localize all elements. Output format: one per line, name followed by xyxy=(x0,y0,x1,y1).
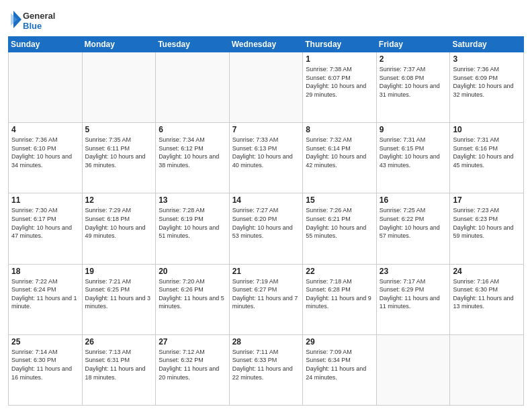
calendar-cell: 24Sunrise: 7:16 AMSunset: 6:30 PMDayligh… xyxy=(450,264,524,334)
day-number: 22 xyxy=(306,267,373,276)
day-number: 3 xyxy=(453,54,521,64)
calendar-cell xyxy=(376,334,450,405)
calendar-cell xyxy=(82,52,156,123)
day-info: Sunrise: 7:13 AMSunset: 6:31 PMDaylight:… xyxy=(85,348,153,381)
day-number: 24 xyxy=(453,267,521,276)
day-number: 15 xyxy=(306,195,373,205)
calendar-table: SundayMondayTuesdayWednesdayThursdayFrid… xyxy=(8,36,524,406)
day-info: Sunrise: 7:23 AMSunset: 6:23 PMDaylight:… xyxy=(453,206,521,240)
day-info: Sunrise: 7:17 AMSunset: 6:29 PMDaylight:… xyxy=(380,277,447,311)
svg-text:Blue: Blue xyxy=(23,21,42,31)
day-info: Sunrise: 7:11 AMSunset: 6:33 PMDaylight:… xyxy=(232,348,300,381)
calendar-cell: 20Sunrise: 7:20 AMSunset: 6:26 PMDayligh… xyxy=(156,264,230,334)
day-info: Sunrise: 7:22 AMSunset: 6:24 PMDaylight:… xyxy=(11,277,79,311)
day-number: 18 xyxy=(11,267,79,276)
day-number: 25 xyxy=(11,337,79,347)
day-info: Sunrise: 7:32 AMSunset: 6:14 PMDaylight:… xyxy=(306,136,373,169)
calendar-cell: 29Sunrise: 7:09 AMSunset: 6:34 PMDayligh… xyxy=(303,334,377,405)
day-info: Sunrise: 7:35 AMSunset: 6:11 PMDaylight:… xyxy=(85,136,153,169)
day-info: Sunrise: 7:31 AMSunset: 6:16 PMDaylight:… xyxy=(453,136,521,169)
day-info: Sunrise: 7:34 AMSunset: 6:12 PMDaylight:… xyxy=(159,136,226,169)
calendar-cell: 9Sunrise: 7:31 AMSunset: 6:15 PMDaylight… xyxy=(376,123,450,193)
calendar-cell: 6Sunrise: 7:34 AMSunset: 6:12 PMDaylight… xyxy=(156,123,230,193)
calendar-cell: 16Sunrise: 7:25 AMSunset: 6:22 PMDayligh… xyxy=(376,193,450,264)
day-number: 6 xyxy=(159,125,226,134)
calendar-header-wednesday: Wednesday xyxy=(229,37,303,52)
day-info: Sunrise: 7:16 AMSunset: 6:30 PMDaylight:… xyxy=(453,277,521,311)
day-info: Sunrise: 7:21 AMSunset: 6:25 PMDaylight:… xyxy=(85,277,153,311)
day-info: Sunrise: 7:36 AMSunset: 6:10 PMDaylight:… xyxy=(11,136,79,169)
calendar-header-monday: Monday xyxy=(82,37,156,52)
calendar-cell: 14Sunrise: 7:27 AMSunset: 6:20 PMDayligh… xyxy=(229,193,303,264)
day-number: 28 xyxy=(232,337,300,347)
day-info: Sunrise: 7:14 AMSunset: 6:30 PMDaylight:… xyxy=(11,348,79,381)
day-number: 11 xyxy=(11,195,79,205)
calendar-header-friday: Friday xyxy=(376,37,450,52)
day-number: 16 xyxy=(380,195,447,205)
day-info: Sunrise: 7:33 AMSunset: 6:13 PMDaylight:… xyxy=(232,136,300,169)
day-info: Sunrise: 7:28 AMSunset: 6:19 PMDaylight:… xyxy=(159,206,226,240)
calendar-header-saturday: Saturday xyxy=(450,37,524,52)
day-number: 4 xyxy=(11,125,79,134)
day-number: 23 xyxy=(380,267,447,276)
day-info: Sunrise: 7:20 AMSunset: 6:26 PMDaylight:… xyxy=(159,277,226,311)
day-info: Sunrise: 7:29 AMSunset: 6:18 PMDaylight:… xyxy=(85,206,153,240)
svg-text:General: General xyxy=(23,11,55,21)
header: General Blue xyxy=(8,7,524,32)
calendar-header-tuesday: Tuesday xyxy=(156,37,230,52)
day-info: Sunrise: 7:26 AMSunset: 6:21 PMDaylight:… xyxy=(306,206,373,240)
calendar-header-sunday: Sunday xyxy=(9,37,83,52)
day-info: Sunrise: 7:18 AMSunset: 6:28 PMDaylight:… xyxy=(306,277,373,311)
calendar-cell: 2Sunrise: 7:37 AMSunset: 6:08 PMDaylight… xyxy=(376,52,450,123)
calendar-cell: 25Sunrise: 7:14 AMSunset: 6:30 PMDayligh… xyxy=(9,334,83,405)
calendar-cell: 1Sunrise: 7:38 AMSunset: 6:07 PMDaylight… xyxy=(303,52,377,123)
calendar-week-2: 4Sunrise: 7:36 AMSunset: 6:10 PMDaylight… xyxy=(9,123,524,193)
calendar-cell: 13Sunrise: 7:28 AMSunset: 6:19 PMDayligh… xyxy=(156,193,230,264)
calendar-cell: 15Sunrise: 7:26 AMSunset: 6:21 PMDayligh… xyxy=(303,193,377,264)
day-number: 29 xyxy=(306,337,373,347)
day-number: 2 xyxy=(380,54,447,64)
calendar-week-1: 1Sunrise: 7:38 AMSunset: 6:07 PMDaylight… xyxy=(9,52,524,123)
page: General Blue SundayMondayTuesdayWednesda… xyxy=(0,0,532,411)
calendar-cell: 8Sunrise: 7:32 AMSunset: 6:14 PMDaylight… xyxy=(303,123,377,193)
calendar-cell: 10Sunrise: 7:31 AMSunset: 6:16 PMDayligh… xyxy=(450,123,524,193)
day-info: Sunrise: 7:36 AMSunset: 6:09 PMDaylight:… xyxy=(453,65,521,99)
day-info: Sunrise: 7:25 AMSunset: 6:22 PMDaylight:… xyxy=(380,206,447,240)
day-number: 10 xyxy=(453,125,521,134)
day-info: Sunrise: 7:12 AMSunset: 6:32 PMDaylight:… xyxy=(159,348,226,381)
logo: General Blue xyxy=(8,7,55,32)
day-info: Sunrise: 7:09 AMSunset: 6:34 PMDaylight:… xyxy=(306,348,373,381)
calendar-cell: 19Sunrise: 7:21 AMSunset: 6:25 PMDayligh… xyxy=(82,264,156,334)
day-number: 20 xyxy=(159,267,226,276)
calendar-cell: 23Sunrise: 7:17 AMSunset: 6:29 PMDayligh… xyxy=(376,264,450,334)
calendar-cell: 7Sunrise: 7:33 AMSunset: 6:13 PMDaylight… xyxy=(229,123,303,193)
calendar-cell: 12Sunrise: 7:29 AMSunset: 6:18 PMDayligh… xyxy=(82,193,156,264)
day-info: Sunrise: 7:31 AMSunset: 6:15 PMDaylight:… xyxy=(380,136,447,169)
day-number: 19 xyxy=(85,267,153,276)
calendar-cell: 21Sunrise: 7:19 AMSunset: 6:27 PMDayligh… xyxy=(229,264,303,334)
day-number: 8 xyxy=(306,125,373,134)
calendar-cell: 27Sunrise: 7:12 AMSunset: 6:32 PMDayligh… xyxy=(156,334,230,405)
calendar-week-5: 25Sunrise: 7:14 AMSunset: 6:30 PMDayligh… xyxy=(9,334,524,405)
day-number: 9 xyxy=(380,125,447,134)
calendar-cell xyxy=(156,52,230,123)
calendar-cell: 11Sunrise: 7:30 AMSunset: 6:17 PMDayligh… xyxy=(9,193,83,264)
calendar-cell: 17Sunrise: 7:23 AMSunset: 6:23 PMDayligh… xyxy=(450,193,524,264)
day-info: Sunrise: 7:38 AMSunset: 6:07 PMDaylight:… xyxy=(306,65,373,99)
logo-svg: General Blue xyxy=(8,7,55,32)
calendar-cell: 3Sunrise: 7:36 AMSunset: 6:09 PMDaylight… xyxy=(450,52,524,123)
day-number: 13 xyxy=(159,195,226,205)
day-number: 5 xyxy=(85,125,153,134)
day-number: 17 xyxy=(453,195,521,205)
calendar-week-3: 11Sunrise: 7:30 AMSunset: 6:17 PMDayligh… xyxy=(9,193,524,264)
day-number: 26 xyxy=(85,337,153,347)
day-info: Sunrise: 7:30 AMSunset: 6:17 PMDaylight:… xyxy=(11,206,79,240)
day-number: 1 xyxy=(306,54,373,64)
calendar-cell: 4Sunrise: 7:36 AMSunset: 6:10 PMDaylight… xyxy=(9,123,83,193)
calendar-cell: 18Sunrise: 7:22 AMSunset: 6:24 PMDayligh… xyxy=(9,264,83,334)
calendar-cell xyxy=(450,334,524,405)
day-number: 27 xyxy=(159,337,226,347)
calendar-cell xyxy=(229,52,303,123)
day-info: Sunrise: 7:19 AMSunset: 6:27 PMDaylight:… xyxy=(232,277,300,311)
day-number: 14 xyxy=(232,195,300,205)
